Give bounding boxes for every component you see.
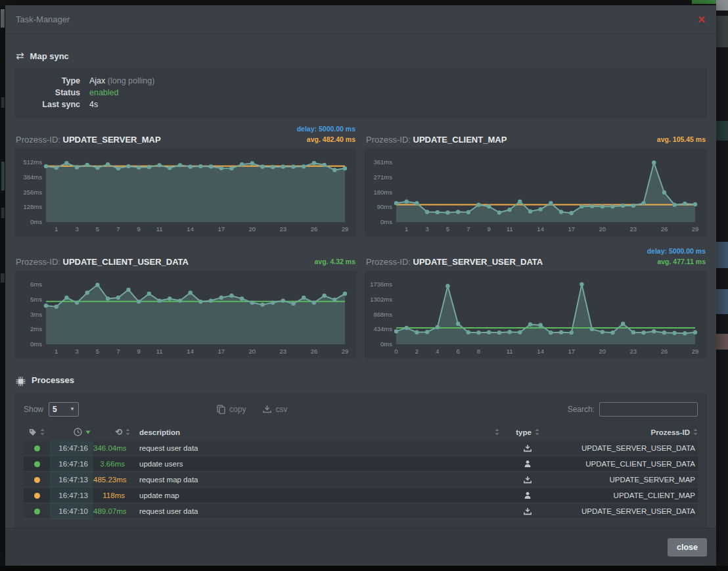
modal-body: ⇄ Map sync Type Ajax (long polling) Stat… xyxy=(5,34,716,528)
sort-icon xyxy=(40,428,45,436)
column-header-duration[interactable]: ⟲ xyxy=(93,427,131,437)
svg-text:1: 1 xyxy=(55,225,58,233)
table-controls: Show 5▼ copy csv Search: xyxy=(24,400,698,419)
svg-text:2: 2 xyxy=(415,348,419,355)
svg-text:23: 23 xyxy=(630,348,637,355)
svg-text:868ms: 868ms xyxy=(373,311,392,318)
client-person-icon xyxy=(524,491,532,499)
table-row[interactable]: 16:47:10 489.07ms request user data UPDA… xyxy=(24,503,698,519)
avg-label: avg. 105.45 ms xyxy=(657,134,706,145)
column-header-prozess-id[interactable]: Prozess-ID xyxy=(551,428,698,436)
tag-icon xyxy=(29,428,37,436)
cell-time: 16:47:10 xyxy=(50,503,93,519)
charts-grid: Prozess-ID: UPDATE_SERVER_MAP delay: 500… xyxy=(14,121,707,365)
history-icon: ⟲ xyxy=(115,427,122,437)
svg-text:3: 3 xyxy=(425,225,428,233)
search-input[interactable] xyxy=(599,402,698,417)
svg-text:434ms: 434ms xyxy=(373,325,392,332)
svg-text:361ms: 361ms xyxy=(373,158,392,166)
svg-text:20: 20 xyxy=(599,348,606,355)
status-dot xyxy=(34,509,40,514)
column-header-description[interactable]: description xyxy=(131,428,505,436)
cell-description: request user data xyxy=(131,507,505,515)
chart-title: Prozess-ID: UPDATE_SERVER_MAP xyxy=(16,135,161,145)
svg-text:90ms: 90ms xyxy=(377,203,392,210)
svg-text:9: 9 xyxy=(488,225,491,233)
svg-text:29: 29 xyxy=(692,348,699,355)
table-row[interactable]: 16:47:13 485.23ms request map data UPDAT… xyxy=(24,472,698,488)
cell-description: request user data xyxy=(131,444,505,452)
page-length-select[interactable]: 5▼ xyxy=(49,402,79,417)
cell-type xyxy=(505,459,551,468)
svg-text:7: 7 xyxy=(116,225,120,233)
table-row[interactable]: 16:47:16 3.66ms update users UPDATE_CLIE… xyxy=(24,456,698,472)
chip-icon xyxy=(16,375,26,386)
server-download-icon xyxy=(524,507,532,515)
svg-text:180ms: 180ms xyxy=(373,189,392,196)
svg-text:4: 4 xyxy=(436,348,439,355)
background-left-strip xyxy=(0,5,5,566)
map-sync-info-panel: Type Ajax (long polling) Status enabled … xyxy=(14,68,707,118)
svg-text:0: 0 xyxy=(394,348,398,355)
cell-time: 16:47:13 xyxy=(50,488,93,503)
processes-table: ⟲ description type Prozess-ID xyxy=(24,424,698,519)
svg-text:23: 23 xyxy=(280,348,287,355)
server-download-icon xyxy=(524,476,532,484)
svg-text:14: 14 xyxy=(537,348,544,355)
cell-type xyxy=(505,444,551,452)
show-label: Show xyxy=(24,405,43,414)
svg-text:0ms: 0ms xyxy=(30,218,42,225)
modal-title: Task-Manager xyxy=(16,14,70,24)
cell-duration: 489.07ms xyxy=(93,507,131,515)
cell-time: 16:47:16 xyxy=(50,456,93,472)
sync-arrows-icon: ⇄ xyxy=(16,50,24,62)
svg-text:14: 14 xyxy=(537,225,544,233)
processes-heading: Processes xyxy=(16,375,706,386)
status-dot xyxy=(34,493,40,499)
client-person-icon xyxy=(524,460,532,468)
chevron-down-icon: ▼ xyxy=(70,406,75,412)
column-header-time[interactable] xyxy=(50,428,93,436)
table-row[interactable]: 16:47:16 346.04ms request user data UPDA… xyxy=(24,440,698,456)
close-button[interactable]: close xyxy=(668,538,707,557)
download-icon xyxy=(263,405,271,413)
background-right-strip xyxy=(716,11,728,566)
copy-icon xyxy=(217,405,225,414)
close-icon[interactable]: ✕ xyxy=(697,14,706,24)
svg-text:271ms: 271ms xyxy=(373,173,392,181)
cell-prozess-id: UPDATE_CLIENT_MAP xyxy=(551,491,698,499)
svg-text:2ms: 2ms xyxy=(30,325,42,332)
avg-label: avg. 4.32 ms xyxy=(315,256,355,267)
table-row[interactable]: 16:47:13 118ms update map UPDATE_CLIENT_… xyxy=(24,488,698,503)
cell-time: 16:47:16 xyxy=(50,440,93,456)
svg-text:1302ms: 1302ms xyxy=(370,296,392,303)
svg-text:20: 20 xyxy=(599,225,606,233)
sort-icon xyxy=(495,428,499,436)
column-header-type[interactable]: type xyxy=(505,428,551,436)
cell-type xyxy=(505,491,551,499)
info-row-status: Status enabled xyxy=(24,87,698,99)
background-top-strip xyxy=(0,0,728,5)
svg-text:17: 17 xyxy=(568,225,575,233)
cell-description: update users xyxy=(131,460,505,468)
svg-text:23: 23 xyxy=(630,225,637,233)
svg-text:11: 11 xyxy=(156,225,163,233)
csv-button[interactable]: csv xyxy=(263,405,287,414)
copy-button[interactable]: copy xyxy=(217,405,246,414)
svg-text:384ms: 384ms xyxy=(23,173,42,181)
chart-update-client-user-data: 0ms2ms3ms5ms6ms1357911141720232629 xyxy=(17,276,353,356)
cell-prozess-id: UPDATE_SERVER_USER_DATA xyxy=(551,507,698,515)
svg-text:14: 14 xyxy=(187,348,194,355)
chart-title: Prozess-ID: UPDATE_CLIENT_MAP xyxy=(366,135,507,145)
search-label: Search: xyxy=(568,405,595,414)
svg-text:7: 7 xyxy=(466,225,470,233)
svg-text:17: 17 xyxy=(217,225,225,233)
status-dot xyxy=(34,477,40,483)
svg-text:11: 11 xyxy=(507,225,513,233)
svg-text:26: 26 xyxy=(311,348,318,355)
map-sync-heading: ⇄ Map sync xyxy=(16,50,706,62)
svg-text:26: 26 xyxy=(311,225,318,233)
chart-update-server-map: 0ms128ms256ms384ms512ms13579111417202326… xyxy=(17,154,353,234)
sort-icon xyxy=(125,428,130,436)
column-header-status[interactable] xyxy=(24,428,50,436)
